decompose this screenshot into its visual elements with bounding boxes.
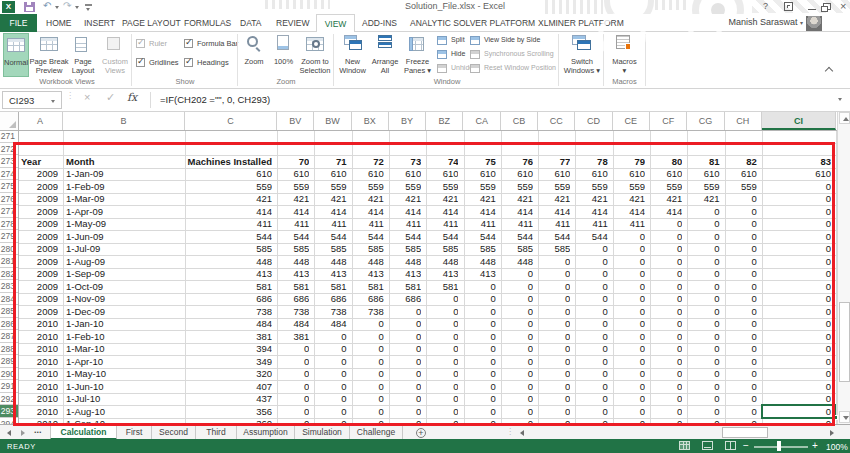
cell-BX293[interactable]: 0 <box>354 406 384 419</box>
cell-BV280[interactable]: 585 <box>279 243 309 256</box>
cell-CI276[interactable]: 0 <box>764 193 831 206</box>
cell-BX291[interactable]: 0 <box>354 381 384 394</box>
cell-CA285[interactable]: 0 <box>466 306 496 319</box>
cell-CH279[interactable]: 0 <box>727 231 757 244</box>
cell-CF290[interactable]: 0 <box>652 368 682 381</box>
cell-CC282[interactable]: 0 <box>540 268 570 281</box>
cell-CD291[interactable]: 0 <box>577 381 607 394</box>
cell-CI282[interactable]: 0 <box>764 268 831 281</box>
cell-CI287[interactable]: 0 <box>764 331 831 344</box>
user-avatar[interactable] <box>806 16 822 31</box>
zoom-out-icon[interactable]: − <box>743 440 749 451</box>
column-header-CF[interactable]: CF <box>650 112 687 130</box>
row-header-290[interactable]: 290 <box>0 368 18 381</box>
cell-BW275[interactable]: 559 <box>316 181 346 194</box>
cell-CF293[interactable]: 0 <box>652 406 682 419</box>
tab-formulas[interactable]: FORMULAS <box>184 14 231 32</box>
cell-CE283[interactable]: 0 <box>615 281 645 294</box>
column-header-BZ[interactable]: BZ <box>426 112 463 130</box>
cell-CC280[interactable]: 585 <box>540 243 570 256</box>
row-header-280[interactable]: 280 <box>0 243 18 256</box>
cell-BY273[interactable]: 73 <box>391 156 421 169</box>
zoom-100-button[interactable]: 100% <box>270 33 297 77</box>
formula-text[interactable]: =IF(CH202 ="", 0, CH293) <box>160 91 270 109</box>
cell-A282[interactable]: 2009 <box>20 268 58 281</box>
cell-B290[interactable]: 1-May-10 <box>65 368 180 381</box>
cell-CH287[interactable]: 0 <box>727 331 757 344</box>
cell-BZ282[interactable]: 413 <box>428 268 458 281</box>
cell-CA288[interactable]: 0 <box>466 343 496 356</box>
cell-CI286[interactable]: 0 <box>764 318 831 331</box>
column-header-CC[interactable]: CC <box>538 112 575 130</box>
cell-BY290[interactable]: 0 <box>391 368 421 381</box>
tab-file[interactable]: FILE <box>0 14 37 32</box>
cell-B274[interactable]: 1-Jan-09 <box>65 168 180 181</box>
cell-B273[interactable]: Month <box>65 156 180 169</box>
tab-page-layout[interactable]: PAGE LAYOUT <box>122 14 181 32</box>
cell-BV286[interactable]: 484 <box>279 318 309 331</box>
cell-CC275[interactable]: 559 <box>540 181 570 194</box>
cell-CI288[interactable]: 0 <box>764 343 831 356</box>
cell-CG283[interactable]: 0 <box>689 281 719 294</box>
cell-BZ275[interactable]: 559 <box>428 181 458 194</box>
cell-CG274[interactable]: 610 <box>689 168 719 181</box>
cell-CD277[interactable]: 414 <box>577 206 607 219</box>
cell-CI291[interactable]: 0 <box>764 381 831 394</box>
cell-BX280[interactable]: 585 <box>354 243 384 256</box>
cell-BW276[interactable]: 421 <box>316 193 346 206</box>
cell-CB280[interactable]: 585 <box>503 243 533 256</box>
cell-CB277[interactable]: 414 <box>503 206 533 219</box>
cell-BZ284[interactable]: 0 <box>428 293 458 306</box>
cell-BZ289[interactable]: 0 <box>428 356 458 369</box>
cell-CH281[interactable]: 0 <box>727 256 757 269</box>
cell-CB285[interactable]: 0 <box>503 306 533 319</box>
hscroll-right-icon[interactable] <box>830 430 834 436</box>
cell-BY282[interactable]: 413 <box>391 268 421 281</box>
cell-CA282[interactable]: 413 <box>466 268 496 281</box>
cell-BV282[interactable]: 413 <box>279 268 309 281</box>
row-header-287[interactable]: 287 <box>0 330 18 343</box>
cell-CF291[interactable]: 0 <box>652 381 682 394</box>
cell-CA280[interactable]: 585 <box>466 243 496 256</box>
tab-home[interactable]: HOME <box>46 14 72 32</box>
cell-B288[interactable]: 1-Mar-10 <box>65 343 180 356</box>
cell-CC283[interactable]: 0 <box>540 281 570 294</box>
cell-CA275[interactable]: 559 <box>466 181 496 194</box>
cell-C291[interactable]: 407 <box>187 381 272 394</box>
cell-B286[interactable]: 1-Jan-10 <box>65 318 180 331</box>
cell-CB286[interactable]: 0 <box>503 318 533 331</box>
cell-BV283[interactable]: 581 <box>279 281 309 294</box>
cell-BX285[interactable]: 738 <box>354 306 384 319</box>
cell-CI279[interactable]: 0 <box>764 231 831 244</box>
cell-CH285[interactable]: 0 <box>727 306 757 319</box>
cell-C284[interactable]: 686 <box>187 293 272 306</box>
cell-BV292[interactable]: 0 <box>279 393 309 406</box>
arrange-all-button[interactable]: Arrange All <box>370 33 400 77</box>
cell-CG292[interactable]: 0 <box>689 393 719 406</box>
cell-BZ292[interactable]: 0 <box>428 393 458 406</box>
cell-CD282[interactable]: 0 <box>577 268 607 281</box>
row-header-292[interactable]: 292 <box>0 393 18 406</box>
cell-CB281[interactable]: 448 <box>503 256 533 269</box>
cell-A293[interactable]: 2010 <box>20 406 58 419</box>
cell-BZ287[interactable]: 0 <box>428 331 458 344</box>
cell-CD285[interactable]: 0 <box>577 306 607 319</box>
cell-BV278[interactable]: 411 <box>279 218 309 231</box>
save-icon[interactable] <box>24 2 35 12</box>
cell-BX283[interactable]: 581 <box>354 281 384 294</box>
cell-CG281[interactable]: 0 <box>689 256 719 269</box>
cell-CI275[interactable]: 0 <box>764 181 831 194</box>
row-header-281[interactable]: 281 <box>0 255 18 268</box>
cell-BV275[interactable]: 559 <box>279 181 309 194</box>
tab-data[interactable]: DATA <box>240 14 261 32</box>
cell-C292[interactable]: 437 <box>187 393 272 406</box>
cell-CE273[interactable]: 79 <box>615 156 645 169</box>
cell-C283[interactable]: 581 <box>187 281 272 294</box>
cell-BZ285[interactable]: 0 <box>428 306 458 319</box>
cell-CA276[interactable]: 421 <box>466 193 496 206</box>
cell-A289[interactable]: 2010 <box>20 356 58 369</box>
cell-BW274[interactable]: 610 <box>316 168 346 181</box>
undo-caret-icon[interactable] <box>55 6 59 9</box>
cell-A286[interactable]: 2010 <box>20 318 58 331</box>
sheet-tab-challenge[interactable]: Challenge <box>350 426 403 440</box>
